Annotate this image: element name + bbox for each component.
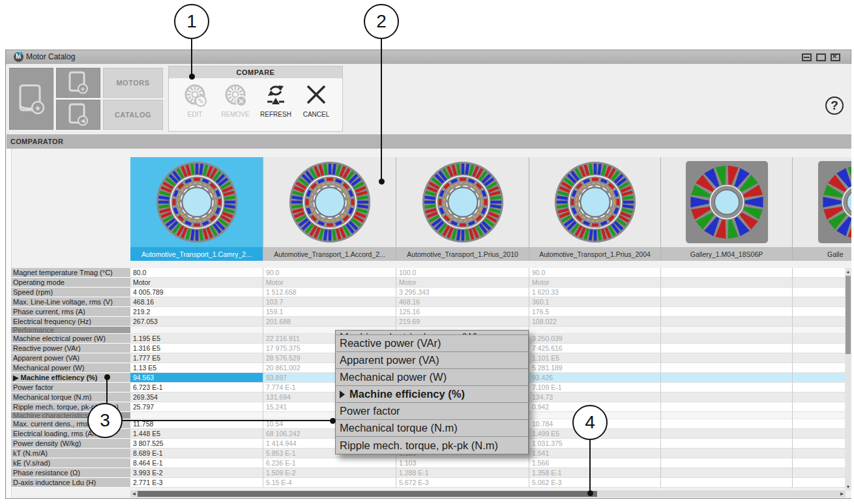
row-label[interactable]: Machine electrical power (W) bbox=[11, 334, 130, 344]
table-cell[interactable] bbox=[793, 297, 851, 307]
table-cell[interactable] bbox=[793, 478, 851, 488]
table-cell[interactable] bbox=[661, 288, 793, 297]
table-cell[interactable]: 3 250.039 bbox=[529, 334, 661, 344]
table-cell[interactable] bbox=[661, 439, 793, 449]
vertical-scrollbar-thumb[interactable] bbox=[846, 276, 851, 354]
table-cell[interactable] bbox=[661, 278, 793, 288]
column-header-2[interactable]: Automotive_Transport_1.Accord_2... bbox=[263, 247, 396, 261]
table-cell[interactable]: 267.053 bbox=[130, 317, 263, 327]
popup-item[interactable]: Mechanical torque (N.m) bbox=[336, 420, 528, 437]
table-cell[interactable] bbox=[529, 327, 661, 334]
row-label[interactable]: Electrical frequency (Hz) bbox=[11, 317, 130, 327]
table-cell[interactable]: 7 425.616 bbox=[529, 344, 661, 353]
vertical-scrollbar[interactable]: ▲ ▼ bbox=[845, 268, 851, 490]
help-icon[interactable]: ? bbox=[825, 96, 844, 115]
table-cell[interactable] bbox=[661, 317, 793, 327]
table-cell[interactable] bbox=[793, 363, 851, 373]
horizontal-scrollbar-thumb[interactable] bbox=[138, 491, 597, 497]
row-label[interactable]: Apparent power (VA) bbox=[11, 353, 130, 363]
table-cell[interactable]: 3.993 E-2 bbox=[130, 468, 263, 478]
table-cell[interactable] bbox=[661, 402, 793, 412]
table-cell[interactable] bbox=[661, 344, 793, 353]
table-cell[interactable]: 1.288 E-1 bbox=[396, 468, 529, 478]
table-cell[interactable]: 1 620.33 bbox=[529, 288, 661, 297]
table-cell[interactable]: Motor bbox=[529, 278, 661, 288]
table-cell[interactable] bbox=[661, 468, 793, 478]
table-cell[interactable] bbox=[661, 363, 793, 373]
table-cell[interactable]: 5.672 E-3 bbox=[396, 478, 529, 488]
table-cell[interactable]: 1.13 E5 bbox=[130, 363, 263, 373]
table-cell[interactable] bbox=[661, 478, 793, 488]
column-header-5[interactable]: Gallery_1.M04_18S06P bbox=[661, 247, 793, 261]
table-cell[interactable] bbox=[793, 402, 851, 412]
table-cell[interactable] bbox=[793, 439, 851, 449]
table-cell[interactable] bbox=[793, 317, 851, 327]
popup-item[interactable]: Apparent power (VA) bbox=[336, 352, 528, 369]
table-cell[interactable]: 93.426 bbox=[529, 373, 661, 383]
popup-item-clipped[interactable]: Machine electrical power (W) bbox=[336, 331, 528, 335]
row-label[interactable]: Power factor bbox=[11, 383, 130, 393]
table-cell[interactable] bbox=[130, 412, 263, 419]
table-cell[interactable] bbox=[793, 268, 851, 278]
table-cell[interactable] bbox=[793, 449, 851, 458]
table-cell[interactable] bbox=[793, 307, 851, 317]
row-label[interactable]: Phase current, rms (A) bbox=[11, 307, 130, 317]
table-cell[interactable] bbox=[793, 458, 851, 468]
motors-button[interactable]: MOTORS bbox=[103, 68, 163, 98]
table-cell[interactable]: 6.723 E-1 bbox=[130, 383, 263, 393]
window-titlebar[interactable]: M Motor Catalog bbox=[6, 50, 851, 65]
scroll-right-icon[interactable]: ► bbox=[838, 490, 846, 497]
table-cell[interactable]: 1.195 E5 bbox=[130, 334, 263, 344]
table-cell[interactable] bbox=[661, 297, 793, 307]
cancel-button[interactable]: CANCEL bbox=[297, 81, 336, 128]
catalog-button[interactable]: CATALOG bbox=[103, 100, 163, 130]
table-cell[interactable] bbox=[793, 278, 851, 288]
close-icon[interactable] bbox=[831, 53, 840, 61]
table-cell[interactable] bbox=[661, 334, 793, 344]
row-label[interactable]: D-axis inductance Ldu (H) bbox=[11, 478, 130, 488]
table-cell[interactable] bbox=[661, 268, 793, 278]
row-label[interactable]: Reactive power (VAr) bbox=[11, 344, 130, 353]
table-cell[interactable]: 7.109 E-1 bbox=[529, 383, 661, 393]
table-cell[interactable] bbox=[661, 353, 793, 363]
motor-thumbnail[interactable] bbox=[793, 157, 851, 247]
table-cell[interactable] bbox=[793, 429, 851, 439]
table-cell[interactable]: 1.316 E5 bbox=[130, 344, 263, 353]
table-cell[interactable] bbox=[793, 288, 851, 297]
table-cell[interactable]: 1.509 E-2 bbox=[263, 468, 396, 478]
table-cell[interactable]: 1 031.375 bbox=[529, 439, 661, 449]
scroll-up-icon[interactable]: ▲ bbox=[845, 268, 851, 275]
refresh-button[interactable]: REFRESH bbox=[256, 81, 295, 128]
maximize-icon[interactable] bbox=[816, 53, 826, 61]
table-cell[interactable]: 125.16 bbox=[396, 307, 529, 317]
table-cell[interactable] bbox=[793, 412, 851, 419]
table-cell[interactable]: 94.563 bbox=[130, 373, 263, 383]
table-cell[interactable]: 468.16 bbox=[396, 297, 529, 307]
table-cell[interactable]: 1.566 bbox=[529, 458, 661, 468]
table-cell[interactable]: 201.688 bbox=[263, 317, 396, 327]
scroll-down-icon[interactable]: ▼ bbox=[845, 483, 851, 490]
row-label[interactable]: kE (V.s/rad) bbox=[11, 458, 130, 468]
table-cell[interactable]: 219.2 bbox=[130, 307, 263, 317]
table-cell[interactable]: Motor bbox=[396, 278, 529, 288]
scroll-left-icon[interactable]: ◄ bbox=[130, 490, 138, 497]
table-cell[interactable] bbox=[661, 307, 793, 317]
table-cell[interactable] bbox=[793, 344, 851, 353]
table-cell[interactable]: 3 807.525 bbox=[130, 439, 263, 449]
table-cell[interactable]: 5.062 E-3 bbox=[529, 478, 661, 488]
table-cell[interactable] bbox=[793, 468, 851, 478]
column-header-1[interactable]: Automotive_Transport_1.Camry_2... bbox=[130, 247, 263, 261]
row-label[interactable]: Power density (W/kg) bbox=[11, 439, 130, 449]
motor-thumbnail[interactable] bbox=[396, 157, 529, 247]
popup-item[interactable]: Power factor bbox=[336, 403, 528, 420]
table-cell[interactable]: 269.354 bbox=[130, 393, 263, 402]
row-label[interactable]: Speed (rpm) bbox=[11, 288, 130, 297]
row-label[interactable]: ▶ Machine efficiency (%) bbox=[11, 373, 130, 383]
minimize-icon[interactable] bbox=[802, 53, 812, 61]
motor-thumbnail[interactable] bbox=[263, 157, 396, 247]
popup-item[interactable]: Machine efficiency (%) bbox=[336, 386, 528, 403]
row-label[interactable]: Operating mode bbox=[11, 278, 130, 288]
table-cell[interactable]: 6.236 E-1 bbox=[263, 458, 396, 468]
table-cell[interactable] bbox=[793, 327, 851, 334]
table-cell[interactable]: 103.7 bbox=[263, 297, 396, 307]
